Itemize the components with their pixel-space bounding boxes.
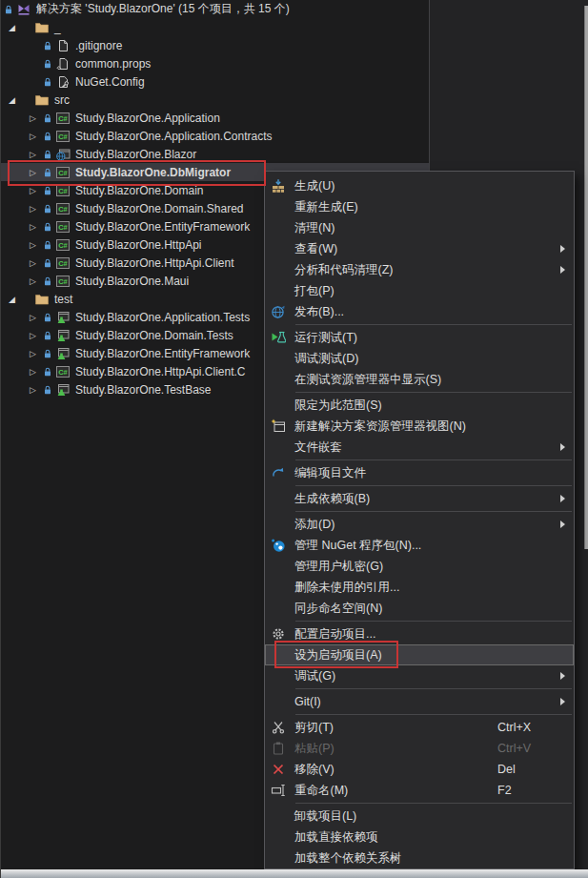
menu-item-label: 打包(P) xyxy=(294,283,335,299)
expand-arrow-icon[interactable] xyxy=(30,349,42,358)
lock-icon xyxy=(42,383,53,397)
menu-item-label: 加载整个依赖关系树 xyxy=(294,850,402,867)
submenu-arrow-icon xyxy=(560,672,565,680)
menu-item[interactable]: 管理 NuGet 程序包(N)... xyxy=(265,535,574,556)
tree-row[interactable]: Study.BlazorOne.Application.Contracts xyxy=(1,127,429,145)
lock-icon xyxy=(42,256,53,270)
menu-item[interactable]: 分析和代码清理(Z) xyxy=(265,259,574,280)
menu-item[interactable]: Git(I) xyxy=(265,691,574,712)
tree-row[interactable]: src xyxy=(1,91,429,109)
menu-item[interactable]: 移除(V) Del xyxy=(265,759,574,780)
menu-item[interactable]: 剪切(T) Ctrl+X xyxy=(265,717,574,738)
expand-arrow-icon[interactable] xyxy=(30,331,42,340)
expand-arrow-icon[interactable] xyxy=(30,313,42,322)
menu-item-icon xyxy=(271,626,286,642)
expand-arrow-icon[interactable] xyxy=(30,132,42,141)
tree-item-label: .gitignore xyxy=(75,39,122,52)
menu-item[interactable]: 新建解决方案资源管理器视图(N) xyxy=(265,416,574,437)
menu-item[interactable] xyxy=(295,688,572,689)
editor-scrollbar[interactable] xyxy=(584,6,588,549)
expand-arrow-icon[interactable] xyxy=(30,385,42,395)
menu-item-label: 新建解决方案资源管理器视图(N) xyxy=(294,419,466,435)
menu-item[interactable] xyxy=(295,803,572,804)
expand-arrow-icon[interactable] xyxy=(9,295,21,304)
menu-item[interactable]: 加载整个依赖关系树 xyxy=(265,847,574,868)
tree-row[interactable]: NuGet.Config xyxy=(1,72,429,91)
menu-item[interactable]: 卸载项目(L) xyxy=(265,806,574,827)
menu-item-label: 查看(W) xyxy=(294,241,337,257)
menu-item[interactable]: 发布(B)... xyxy=(265,301,574,322)
menu-item[interactable]: 编辑项目文件 xyxy=(265,462,574,483)
lock-icon xyxy=(42,130,53,143)
lock-icon xyxy=(42,238,53,252)
menu-item[interactable]: 加载直接依赖项 xyxy=(265,827,574,847)
expand-arrow-icon[interactable] xyxy=(30,204,42,214)
expand-arrow-icon[interactable] xyxy=(30,240,42,250)
menu-item[interactable]: 生成(U) xyxy=(265,175,574,196)
context-menu: 生成(U) 重新生成(E) 清理(N) xyxy=(264,171,575,869)
expand-arrow-icon[interactable] xyxy=(30,150,42,159)
lock-icon xyxy=(42,39,53,52)
menu-item[interactable] xyxy=(295,324,572,325)
menu-item[interactable]: 打包(P) xyxy=(265,280,574,301)
expand-arrow-icon[interactable] xyxy=(30,367,42,377)
tree-item-label: _ xyxy=(54,21,61,34)
expand-arrow-icon[interactable] xyxy=(9,95,21,105)
menu-item-label: 调试(G) xyxy=(294,668,335,684)
item-type-icon xyxy=(16,2,31,17)
menu-item-label: 重命名(M) xyxy=(294,783,348,799)
menu-item[interactable]: 重命名(M) F2 xyxy=(265,780,574,801)
menu-item[interactable] xyxy=(295,621,572,622)
menu-item[interactable]: 添加(D) xyxy=(265,514,574,535)
expand-arrow-icon[interactable] xyxy=(30,258,42,268)
menu-item[interactable]: 管理用户机密(G) xyxy=(265,556,574,577)
menu-item[interactable]: 同步命名空间(N) xyxy=(265,598,574,619)
item-type-icon xyxy=(55,219,71,235)
menu-item[interactable] xyxy=(295,392,572,393)
expand-arrow-icon[interactable] xyxy=(30,276,42,286)
menu-item[interactable] xyxy=(295,511,572,512)
menu-item[interactable] xyxy=(295,459,572,460)
menu-item-label: 剪切(T) xyxy=(294,720,334,736)
menu-item[interactable]: 删除未使用的引用... xyxy=(265,577,574,598)
menu-item-label: Git(I) xyxy=(294,695,321,708)
expand-arrow-icon[interactable] xyxy=(30,222,42,232)
menu-item[interactable]: 调试测试(D) xyxy=(265,348,574,369)
menu-item-label: 删除未使用的引用... xyxy=(294,580,399,596)
tree-row[interactable]: Study.BlazorOne.Application xyxy=(1,109,429,127)
tree-row[interactable]: _ xyxy=(1,18,429,36)
menu-item[interactable]: 运行测试(T) xyxy=(265,327,574,348)
menu-item-label: 移除(V) xyxy=(294,762,335,778)
tree-row[interactable]: common.props xyxy=(1,54,429,72)
menu-item-label: 粘贴(P) xyxy=(294,741,335,757)
menu-item-label: 在测试资源管理器中显示(S) xyxy=(294,372,441,388)
menu-item[interactable]: 生成依赖项(B) xyxy=(265,488,574,509)
expand-arrow-icon[interactable] xyxy=(30,113,42,123)
menu-item[interactable]: 重新生成(E) xyxy=(265,196,574,217)
tree-row[interactable]: .gitignore xyxy=(1,36,429,54)
lock-icon xyxy=(42,220,53,234)
tree-item-label: Study.BlazorOne.EntityFramework xyxy=(75,347,250,360)
tree-item-label: Study.BlazorOne.Maui xyxy=(75,275,189,288)
menu-item[interactable]: 粘贴(P) Ctrl+V xyxy=(265,738,574,759)
expand-arrow-icon[interactable] xyxy=(9,23,21,32)
item-type-icon xyxy=(55,129,71,144)
menu-item[interactable]: 在测试资源管理器中显示(S) xyxy=(265,369,574,390)
menu-item[interactable]: 清理(N) xyxy=(265,217,574,238)
menu-item[interactable]: 限定为此范围(S) xyxy=(265,395,574,416)
menu-item[interactable]: 查看(W) xyxy=(265,238,574,259)
expand-arrow-icon[interactable] xyxy=(30,186,42,195)
lock-icon xyxy=(42,347,53,360)
menu-item-label: 运行测试(T) xyxy=(294,330,357,346)
tree-row[interactable]: 解决方案 'Study.BlazorOne' (15 个项目，共 15 个) xyxy=(1,0,429,18)
menu-item[interactable] xyxy=(295,485,572,486)
lock-icon xyxy=(42,275,53,288)
menu-item[interactable]: 文件嵌套 xyxy=(265,437,574,458)
tree-item-label: Study.BlazorOne.TestBase xyxy=(75,383,212,397)
menu-item-label: 生成(U) xyxy=(294,178,335,194)
menu-item[interactable] xyxy=(295,714,572,715)
visual-studio-screenshot: 解决方案 'Study.BlazorOne' (15 个项目，共 15 个) _ xyxy=(0,0,588,878)
menu-item[interactable]: 调试(G) xyxy=(265,665,574,686)
annotation-box-dbmigrator xyxy=(8,160,266,186)
menu-item-icon xyxy=(271,178,286,194)
